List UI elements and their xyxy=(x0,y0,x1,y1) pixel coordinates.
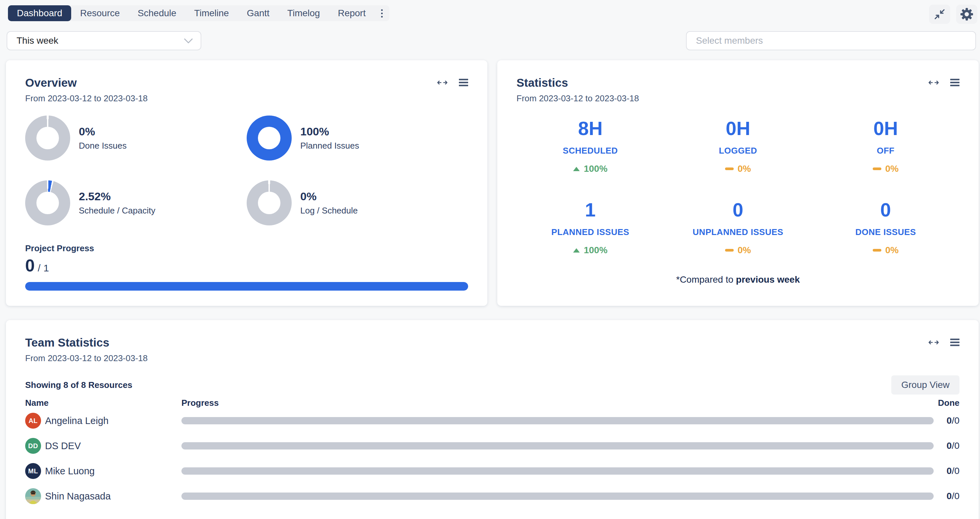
collapse-arrows-icon xyxy=(934,9,945,20)
group-view-button[interactable]: Group View xyxy=(891,375,959,395)
tab-resource[interactable]: Resource xyxy=(71,5,129,21)
metric-label: PLANNED ISSUES xyxy=(517,227,664,237)
team-row-shin-nagasada[interactable]: Shin Nagasada 0/0 xyxy=(25,484,959,509)
donut-label: Schedule / Capacity xyxy=(79,206,155,216)
metric-value: 0H xyxy=(664,117,812,140)
tab-report[interactable]: Report xyxy=(329,5,374,21)
metric-value: 0 xyxy=(812,198,959,221)
overview-donut-grid: 0% Done Issues 100% Planned Issues 2.52%… xyxy=(25,116,468,225)
metric-delta: 100% xyxy=(573,163,608,175)
footnote-emphasis: previous week xyxy=(736,275,800,285)
hamburger-menu-icon xyxy=(950,339,959,346)
members-input[interactable] xyxy=(686,31,976,50)
team-date-range: From 2023-03-12 to 2023-03-18 xyxy=(25,353,148,363)
metric-delta: 0% xyxy=(873,244,899,256)
metric-delta: 0% xyxy=(873,163,899,175)
overview-expand-button[interactable] xyxy=(437,80,448,86)
avatar-initials: AL xyxy=(25,413,41,429)
overview-title: Overview xyxy=(25,76,148,89)
member-name: Mike Luong xyxy=(45,466,95,477)
donut-value: 2.52% xyxy=(79,190,155,203)
period-select[interactable]: This week xyxy=(6,31,201,50)
metric-delta: 100% xyxy=(573,244,608,256)
column-header-progress: Progress xyxy=(181,398,934,408)
tab-timeline[interactable]: Timeline xyxy=(185,5,238,21)
hamburger-menu-icon xyxy=(459,79,468,86)
member-progress-bar xyxy=(181,442,934,449)
resources-count-label: Showing 8 of 8 Resources xyxy=(25,380,132,390)
metric-label: OFF xyxy=(812,145,959,156)
overview-date-range: From 2023-03-12 to 2023-03-18 xyxy=(25,93,148,103)
trend-icon xyxy=(873,249,881,252)
metric-label: LOGGED xyxy=(664,145,812,156)
member-progress-bar xyxy=(181,467,934,475)
donut-label: Done Issues xyxy=(79,141,127,151)
footnote-prefix: *Compared to xyxy=(676,275,736,285)
member-name: Angelina Leigh xyxy=(45,416,108,426)
arrows-left-right-icon xyxy=(928,340,939,345)
metric-label: SCHEDULED xyxy=(517,145,664,156)
kebab-menu-icon xyxy=(381,9,383,17)
metric-planned-issues: 1 PLANNED ISSUES 100% xyxy=(517,198,664,256)
donut-schedule-capacity: 2.52% Schedule / Capacity xyxy=(25,180,247,225)
team-row-mike-luong[interactable]: ML Mike Luong 0/0 xyxy=(25,459,959,484)
team-row-ds-dev[interactable]: DD DS DEV 0/0 xyxy=(25,433,959,459)
progress-separator: / xyxy=(38,262,40,274)
tab-timelog[interactable]: Timelog xyxy=(278,5,329,21)
statistics-footnote: *Compared to previous week xyxy=(517,275,959,285)
statistics-date-range: From 2023-03-12 to 2023-03-18 xyxy=(517,93,639,103)
donut-log-schedule: 0% Log / Schedule xyxy=(247,180,468,225)
team-expand-button[interactable] xyxy=(928,340,939,345)
metric-delta: 0% xyxy=(725,163,751,175)
metric-value: 0H xyxy=(812,117,959,140)
member-done-count: 0/0 xyxy=(934,466,959,476)
project-progress-bar xyxy=(25,282,468,290)
progress-total-count: 1 xyxy=(43,262,49,274)
metric-logged: 0H LOGGED 0% xyxy=(664,117,812,175)
settings-button[interactable] xyxy=(956,5,977,24)
hamburger-menu-icon xyxy=(950,79,959,86)
team-statistics-title: Team Statistics xyxy=(25,336,148,349)
statistics-menu-button[interactable] xyxy=(950,79,959,86)
team-menu-button[interactable] xyxy=(950,339,959,346)
project-progress-value: 0 / 1 xyxy=(25,256,468,275)
member-done-count: 0/0 xyxy=(934,416,959,426)
metric-off: 0H OFF 0% xyxy=(812,117,959,175)
metric-delta-value: 0% xyxy=(738,244,751,256)
member-progress-bar xyxy=(181,417,934,424)
member-photo xyxy=(25,488,41,504)
donut-label: Planned Issues xyxy=(300,141,359,151)
metric-delta-value: 0% xyxy=(738,163,751,175)
project-progress-fill xyxy=(25,282,468,290)
tab-dashboard[interactable]: Dashboard xyxy=(8,5,71,21)
gear-icon xyxy=(960,8,974,21)
overview-card: Overview From 2023-03-12 to 2023-03-18 xyxy=(6,60,487,306)
donut-chart-log-schedule xyxy=(247,180,292,225)
tab-schedule[interactable]: Schedule xyxy=(129,5,185,21)
metric-delta-value: 0% xyxy=(885,244,899,256)
team-row-angelina-leigh[interactable]: AL Angelina Leigh 0/0 xyxy=(25,408,959,433)
metric-delta-value: 0% xyxy=(885,163,899,175)
period-select-value: This week xyxy=(17,35,58,46)
main-nav: Dashboard Resource Schedule Timeline Gan… xyxy=(8,5,389,21)
column-header-done: Done xyxy=(934,398,959,408)
metric-delta-value: 100% xyxy=(584,244,608,256)
chevron-down-icon xyxy=(184,38,192,43)
team-table-header: Name Progress Done xyxy=(25,398,959,408)
arrows-left-right-icon xyxy=(928,80,939,86)
column-header-name: Name xyxy=(25,398,181,408)
tab-gantt[interactable]: Gantt xyxy=(238,5,278,21)
metric-value: 8H xyxy=(517,117,664,140)
donut-chart-schedule-capacity xyxy=(25,180,70,225)
arrows-left-right-icon xyxy=(437,80,448,86)
metric-delta-value: 100% xyxy=(584,163,608,175)
metric-done-issues: 0 DONE ISSUES 0% xyxy=(812,198,959,256)
statistics-expand-button[interactable] xyxy=(928,80,939,86)
nav-overflow-button[interactable] xyxy=(374,5,389,21)
metric-delta: 0% xyxy=(725,244,751,256)
statistics-card: Statistics From 2023-03-12 to 2023-03-18 xyxy=(497,60,979,306)
trend-icon xyxy=(873,167,881,170)
collapse-button[interactable] xyxy=(929,5,950,24)
overview-menu-button[interactable] xyxy=(459,79,468,86)
trend-icon xyxy=(725,249,734,252)
